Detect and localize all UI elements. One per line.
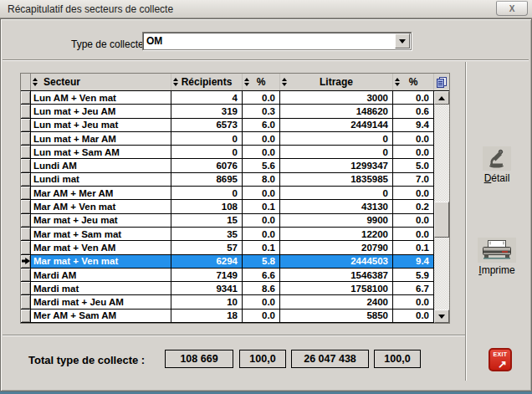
exit-label: EXIT [490, 351, 510, 357]
cell-recipients: 7149 [171, 269, 243, 281]
row-selector[interactable] [21, 241, 31, 253]
chevron-down-icon [399, 39, 406, 43]
table-row[interactable]: Mardi mat 9341 8.6 1758100 6.7 [21, 282, 434, 295]
cell-pct-litrage: 5.9 [393, 269, 434, 281]
exit-button[interactable]: EXIT ↗ [489, 348, 512, 371]
cell-pct-recipients: 5.6 [243, 159, 280, 171]
vertical-scrollbar[interactable] [434, 91, 449, 323]
combobox-value: OM [143, 35, 395, 47]
cell-pct-recipients: 0.3 [243, 105, 280, 117]
sectors-table: Secteur Récipients % Litrage % [20, 73, 450, 324]
cell-pct-recipients: 0.0 [243, 310, 280, 322]
table-row[interactable]: Mer AM + Sam AM 18 0.0 5850 0.0 [21, 310, 434, 323]
column-header-pct-recipients[interactable]: % [243, 74, 280, 90]
row-selector[interactable] [21, 255, 31, 268]
cell-secteur: Mardi mat [31, 282, 171, 294]
table-row[interactable]: Lun mat + Jeu mat 6573 6.0 2449144 9.4 [21, 119, 434, 132]
header-label-pct1: % [257, 76, 266, 88]
table-row[interactable]: Mar mat + Ven AM 57 0.1 20790 0.1 [21, 241, 434, 254]
cell-pct-litrage: 0.0 [393, 228, 434, 240]
row-selector[interactable] [21, 159, 31, 171]
header-grid-slot [434, 74, 449, 90]
row-selector[interactable] [21, 132, 31, 145]
cell-pct-litrage: 7.0 [393, 173, 434, 186]
cell-pct-recipients: 0.0 [243, 295, 280, 308]
table-row[interactable]: Lun mat + Sam AM 0 0.0 0 0.0 [21, 146, 434, 159]
sort-icon [282, 78, 288, 86]
sort-icon [173, 78, 179, 86]
cell-litrage: 2449144 [280, 119, 393, 131]
cell-recipients: 0 [171, 146, 243, 158]
cell-pct-litrage: 0.0 [393, 146, 434, 158]
cell-pct-litrage: 0.0 [393, 214, 434, 227]
row-selector[interactable] [21, 282, 31, 294]
exit-arrow-icon: ↗ [498, 359, 507, 370]
row-selector[interactable] [21, 119, 31, 131]
imprime-label: Imprime [478, 264, 514, 276]
row-selector[interactable] [21, 200, 31, 212]
title-bar[interactable]: Récapitulatif des secteurs de collecte [0, 0, 532, 18]
type-collecte-label: Type de collecte [71, 38, 144, 50]
cell-pct-recipients: 0.0 [243, 132, 280, 145]
row-selector[interactable] [21, 173, 31, 186]
header-label-litrage: Litrage [320, 76, 353, 88]
cell-secteur: Mar AM + Mer AM [31, 187, 171, 199]
row-selector[interactable] [21, 146, 31, 158]
row-selector[interactable] [21, 187, 31, 199]
close-button[interactable]: X [496, 1, 528, 16]
cell-pct-litrage: 0.2 [393, 200, 434, 212]
cell-recipients: 319 [171, 105, 243, 117]
grid-icon[interactable] [434, 74, 449, 90]
table-row[interactable]: Lundi mat 8695 8.0 1835985 7.0 [21, 173, 434, 187]
scroll-down-button[interactable] [434, 310, 449, 323]
table-row[interactable]: Mardi mat + Jeu AM 10 0.0 2400 0.0 [21, 295, 434, 309]
cell-litrage: 148620 [280, 105, 393, 117]
column-header-recipients[interactable]: Récipients [171, 74, 243, 90]
table-row[interactable]: Mardi AM 7149 6.6 1546387 5.9 [21, 269, 434, 282]
row-marker-arrow-icon [22, 258, 30, 264]
separator-top [3, 59, 529, 61]
row-selector[interactable] [21, 91, 31, 104]
imprime-button[interactable]: Imprime [467, 238, 527, 276]
sort-icon [33, 78, 38, 86]
cell-litrage: 0 [280, 132, 393, 145]
row-selector[interactable] [21, 269, 31, 281]
cell-pct-recipients: 0.0 [243, 228, 280, 240]
table-row[interactable]: Mar AM + Mer AM 0 0.0 0 0.0 [21, 187, 434, 200]
cell-pct-recipients: 0.0 [243, 214, 280, 227]
row-selector[interactable] [21, 310, 31, 322]
table-row[interactable]: Lun mat + Jeu AM 319 0.3 148620 0.6 [21, 105, 434, 118]
column-header-pct-litrage[interactable]: % [393, 74, 434, 90]
table-row[interactable]: Mar mat + Sam mat 35 0.0 12200 0.0 [21, 228, 434, 241]
cell-secteur: Mar mat + Ven AM [31, 241, 171, 253]
cell-litrage: 43130 [280, 200, 393, 212]
table-row[interactable]: Lun mat + Mar AM 0 0.0 0 0.0 [21, 132, 434, 146]
type-collecte-combobox[interactable]: OM [142, 32, 412, 50]
row-selector[interactable] [21, 295, 31, 308]
cell-litrage: 1299347 [280, 159, 393, 171]
cell-pct-recipients: 6.0 [243, 119, 280, 131]
column-header-secteur[interactable]: Secteur [31, 74, 171, 90]
scrollbar-thumb[interactable] [434, 202, 449, 238]
table-row[interactable]: Lun AM + Ven mat 4 0.0 3000 0.0 [21, 91, 434, 105]
scroll-down-icon [438, 315, 445, 319]
row-selector[interactable] [21, 105, 31, 117]
cell-pct-recipients: 8.6 [243, 282, 280, 294]
sort-icon [244, 78, 250, 86]
table-row[interactable]: Mar AM + Ven mat 108 0.1 43130 0.2 [21, 200, 434, 213]
table-row[interactable]: Mar mat + Jeu mat 15 0.0 9900 0.0 [21, 214, 434, 228]
table-row[interactable]: Mar mat + Ven mat 6294 5.8 2444503 9.4 [21, 255, 434, 269]
row-selector[interactable] [21, 214, 31, 227]
cell-secteur: Mar mat + Ven mat [31, 255, 171, 268]
detail-button[interactable]: Détail [471, 146, 523, 184]
total-litrage-box: 26 047 438 [291, 350, 369, 368]
scroll-up-button[interactable] [434, 91, 449, 105]
table-row[interactable]: Lundi AM 6076 5.6 1299347 5.0 [21, 159, 434, 172]
cell-pct-recipients: 0.0 [243, 146, 280, 158]
column-header-litrage[interactable]: Litrage [280, 74, 393, 90]
cell-secteur: Mer AM + Sam AM [31, 310, 171, 322]
cell-secteur: Lun mat + Sam AM [31, 146, 171, 158]
row-selector[interactable] [21, 228, 31, 240]
combobox-dropdown-button[interactable] [395, 33, 410, 49]
cell-recipients: 10 [171, 295, 243, 308]
